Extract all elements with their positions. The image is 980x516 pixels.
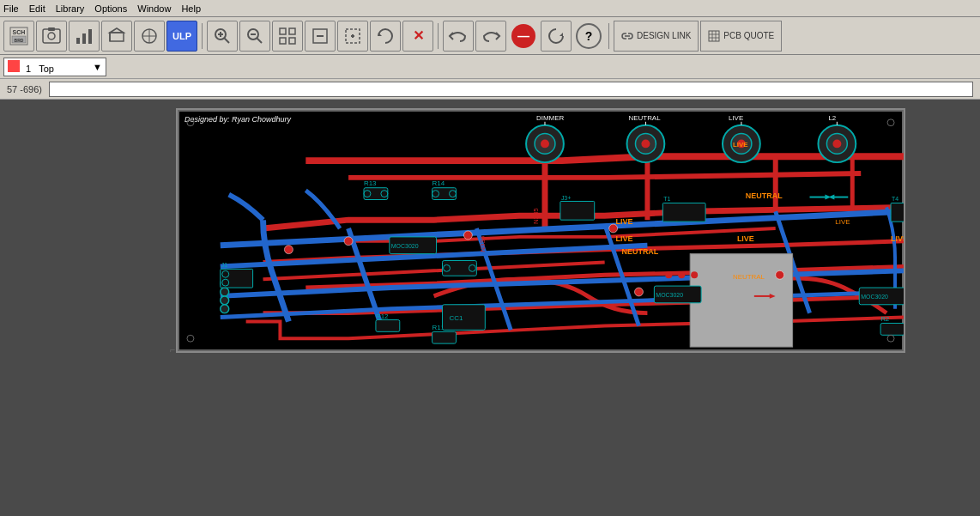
menu-window[interactable]: Window (137, 3, 171, 14)
refresh2-button[interactable] (541, 21, 572, 52)
help-button[interactable]: ? (573, 21, 604, 52)
svg-text:NEUTRAL: NEUTRAL (622, 247, 659, 256)
svg-text:J1: J1 (221, 262, 227, 268)
zoom-fit-button[interactable] (272, 21, 303, 52)
svg-text:BRD: BRD (15, 38, 24, 43)
zoom-area-button[interactable] (337, 21, 368, 52)
menu-edit[interactable]: Edit (29, 3, 45, 14)
svg-text:LIVE: LIVE (616, 234, 633, 243)
svg-text:R2: R2 (880, 316, 889, 324)
svg-rect-106 (376, 320, 400, 332)
sch-button[interactable]: SCH BRD (3, 21, 34, 52)
separator-1 (202, 23, 203, 49)
svg-point-58 (832, 140, 841, 149)
canvas-area[interactable]: Designed by: Ryan Chowdhury (0, 100, 980, 516)
stats-button[interactable] (69, 21, 100, 52)
coords-display: 57 -696) (7, 84, 42, 94)
svg-point-160 (187, 335, 194, 342)
svg-rect-82 (891, 203, 904, 222)
svg-text:LIVE: LIVE (729, 114, 743, 122)
svg-point-52 (641, 140, 650, 149)
svg-point-100 (776, 270, 784, 279)
layer-selector[interactable]: 1 Top ▼ (3, 58, 106, 76)
svg-rect-103 (443, 261, 477, 276)
svg-rect-24 (289, 28, 295, 34)
svg-line-17 (224, 38, 229, 43)
svg-rect-8 (82, 33, 86, 44)
zoom-out2-button[interactable] (305, 21, 336, 52)
svg-text:MOC3020: MOC3020 (391, 243, 419, 249)
svg-text:N336: N336 (479, 235, 487, 252)
pcb-quote-button[interactable]: PCB QUOTE (700, 21, 782, 52)
refresh-button[interactable] (370, 21, 401, 52)
zoom-out-button[interactable] (239, 21, 270, 52)
separator-3 (608, 23, 609, 49)
pcb-board: Designed by: Ryan Chowdhury (176, 108, 905, 353)
svg-text:SCH: SCH (13, 29, 26, 35)
toolbar: SCH BRD ULP (0, 17, 980, 55)
svg-text:LIVE: LIVE (737, 234, 754, 243)
svg-rect-62 (364, 188, 388, 200)
svg-text:R14: R14 (433, 179, 445, 187)
layer-number: 1 (26, 64, 31, 74)
svg-point-89 (221, 288, 229, 296)
svg-rect-7 (76, 38, 80, 44)
svg-rect-26 (289, 38, 295, 44)
svg-rect-108 (433, 331, 457, 343)
svg-rect-25 (280, 38, 286, 44)
svg-point-91 (221, 305, 229, 313)
menu-library[interactable]: Library (56, 3, 85, 14)
svg-text:T4: T4 (892, 197, 898, 203)
dropdown-arrow: ▼ (93, 62, 102, 72)
design-link-button[interactable]: DESIGN LINK (614, 21, 699, 52)
layer-name: Top (39, 64, 54, 74)
svg-rect-35 (709, 31, 719, 41)
svg-text:CC1: CC1 (450, 315, 463, 323)
svg-rect-110 (880, 323, 904, 335)
svg-point-94 (463, 231, 472, 240)
svg-point-99 (691, 271, 698, 278)
crc-button[interactable] (134, 21, 165, 52)
svg-rect-9 (88, 29, 92, 44)
svg-text:L2: L2 (828, 114, 836, 122)
svg-text:J3+: J3+ (561, 196, 571, 202)
coord-bar: 57 -696) (0, 79, 980, 100)
svg-text:N335: N335 (532, 208, 540, 224)
svg-rect-23 (280, 28, 286, 34)
command-input[interactable] (49, 82, 973, 97)
cross-button[interactable]: ✕ (402, 21, 433, 52)
svg-text:NEUTRAL: NEUTRAL (733, 273, 765, 281)
redo-button[interactable] (475, 21, 506, 52)
corner-marker: ⌐ (170, 344, 175, 355)
svg-text:NEUTRAL: NEUTRAL (746, 191, 783, 200)
menu-help[interactable]: Help (181, 3, 201, 14)
svg-point-159 (887, 119, 894, 126)
design-link-label: DESIGN LINK (637, 31, 691, 40)
svg-point-158 (187, 119, 194, 126)
cam-button[interactable] (36, 21, 67, 52)
svg-point-96 (634, 288, 643, 296)
svg-text:T1: T1 (663, 197, 670, 203)
svg-point-161 (887, 335, 894, 342)
menu-bar: File Edit Library Options Window Help (0, 0, 980, 17)
menu-options[interactable]: Options (94, 3, 127, 14)
threed-button[interactable] (101, 21, 132, 52)
svg-rect-46 (690, 254, 792, 347)
svg-marker-33 (560, 33, 563, 36)
svg-marker-11 (110, 28, 124, 33)
undo-button[interactable] (443, 21, 474, 52)
svg-point-98 (678, 271, 685, 278)
menu-file[interactable]: File (3, 3, 19, 14)
stop-button[interactable]: — (508, 21, 539, 52)
svg-rect-78 (560, 201, 595, 220)
svg-point-97 (665, 271, 672, 278)
svg-text:DIMMER: DIMMER (536, 114, 565, 122)
svg-text:MOC3020: MOC3020 (656, 292, 683, 298)
zoom-in-button[interactable] (207, 21, 238, 52)
svg-text:LIVE: LIVE (891, 234, 904, 243)
svg-rect-6 (48, 27, 55, 31)
svg-point-93 (344, 237, 353, 246)
ulp-button[interactable]: ULP (166, 21, 197, 52)
link-icon (621, 30, 633, 42)
stop-icon: — (511, 24, 535, 48)
